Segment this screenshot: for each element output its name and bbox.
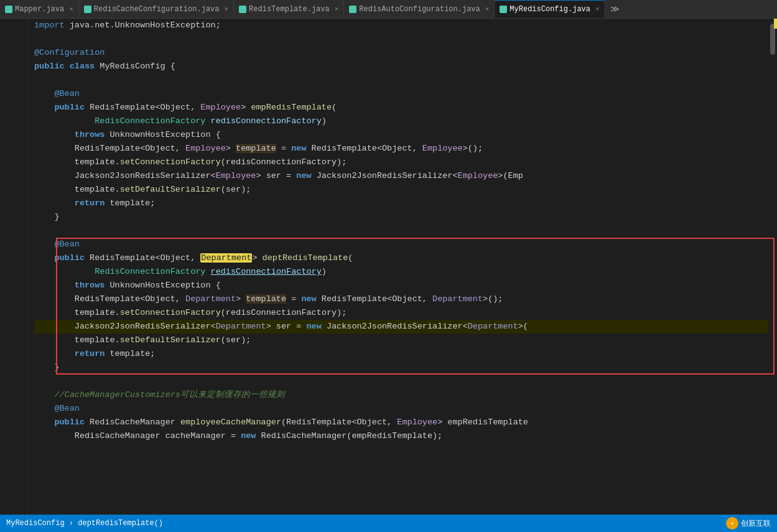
tab-label-my-redis: MyRedisConfig.java bbox=[509, 5, 590, 14]
company-name: 创新互联 bbox=[741, 518, 771, 529]
token bbox=[205, 267, 210, 276]
line-num bbox=[0, 402, 22, 416]
token: > ser = bbox=[266, 322, 307, 331]
token: template. bbox=[34, 157, 120, 167]
line-num bbox=[0, 265, 22, 279]
tab-overflow-button[interactable]: ≫ bbox=[605, 4, 625, 14]
line-num bbox=[0, 101, 22, 114]
line-num bbox=[0, 128, 22, 142]
token: Employee bbox=[185, 144, 226, 153]
line-num bbox=[0, 46, 22, 60]
line-num bbox=[0, 73, 22, 87]
token: MyRedisConfig { bbox=[95, 62, 175, 71]
company-logo: ✦ bbox=[726, 517, 738, 530]
token: > bbox=[226, 144, 236, 153]
code-line-6: @Bean bbox=[34, 87, 777, 101]
code-line-15: } bbox=[34, 210, 777, 224]
tab-close-redis-auto[interactable]: × bbox=[485, 6, 490, 13]
token bbox=[205, 116, 210, 126]
token: setConnectionFactory bbox=[120, 157, 221, 167]
tab-mapper[interactable]: Mapper.java × bbox=[0, 0, 79, 19]
tab-my-redis-config[interactable]: MyRedisConfig.java × bbox=[495, 0, 605, 19]
tab-redis-cache-config[interactable]: RedisCacheConfiguration.java × bbox=[79, 0, 234, 19]
token: > bbox=[236, 294, 246, 304]
token: public bbox=[54, 253, 85, 263]
token: @Configuration bbox=[34, 48, 105, 57]
token: setDefaultSerializer bbox=[120, 335, 221, 345]
token bbox=[34, 390, 54, 399]
code-line-17: @Bean bbox=[34, 238, 777, 251]
token: UnknownHostException { bbox=[105, 281, 220, 290]
tab-close-mapper[interactable]: × bbox=[69, 6, 73, 13]
token: template. bbox=[34, 185, 120, 194]
tab-label-mapper: Mapper.java bbox=[15, 5, 64, 14]
status-bar: MyRedisConfig › deptRedisTemplate() ✦ 创新… bbox=[0, 515, 777, 532]
v-scrollbar[interactable] bbox=[768, 19, 777, 515]
token: Employee bbox=[200, 103, 241, 112]
token: Employee bbox=[422, 144, 463, 153]
code-line-7: public RedisTemplate<Object, Employee> e… bbox=[34, 101, 777, 114]
scrollbar-accent-marker bbox=[774, 19, 777, 29]
code-line-21: RedisTemplate<Object, Department> templa… bbox=[34, 292, 777, 306]
tab-close-redis-template[interactable]: × bbox=[335, 6, 339, 13]
code-line-8: RedisConnectionFactory redisConnectionFa… bbox=[34, 114, 777, 128]
token-template-highlight2: template bbox=[246, 294, 286, 304]
line-num bbox=[0, 114, 22, 128]
token: RedisTemplate<Object, bbox=[75, 144, 185, 153]
tab-close-redis-cache[interactable]: × bbox=[224, 6, 228, 13]
token: @Bean bbox=[54, 404, 80, 413]
line-num bbox=[0, 375, 22, 388]
token: Jackson2JsonRedisSerializer< bbox=[312, 171, 458, 180]
token: > ser = bbox=[256, 171, 296, 180]
token: redisConnectionFactory bbox=[211, 116, 322, 126]
token: > bbox=[252, 253, 262, 263]
line-num bbox=[0, 238, 22, 251]
tab-redis-template[interactable]: RedisTemplate.java × bbox=[234, 0, 344, 19]
tab-icon-redis-cache bbox=[84, 6, 91, 13]
token: new bbox=[306, 322, 321, 331]
token: (redisConnectionFactory); bbox=[221, 308, 347, 317]
token: RedisCacheManager(empRedisTemplate); bbox=[256, 431, 442, 441]
code-line-26: } bbox=[34, 361, 777, 375]
line-num bbox=[0, 210, 22, 224]
breadcrumb-method: deptRedisTemplate() bbox=[78, 519, 163, 528]
token: public bbox=[54, 418, 85, 427]
token-template-highlight: template bbox=[236, 144, 276, 153]
line-num bbox=[0, 156, 22, 169]
token bbox=[34, 253, 54, 263]
token: } bbox=[34, 212, 60, 222]
tab-close-my-redis[interactable]: × bbox=[595, 6, 600, 13]
tab-redis-auto-config[interactable]: RedisAutoConfiguration.java × bbox=[344, 0, 495, 19]
token: public bbox=[54, 103, 85, 112]
line-num bbox=[0, 87, 22, 101]
line-num bbox=[0, 183, 22, 197]
code-content[interactable]: import java.net.UnknownHostException; @C… bbox=[28, 19, 777, 515]
token: Employee bbox=[397, 418, 437, 427]
code-line-23: Jackson2JsonRedisSerializer<Department> … bbox=[34, 320, 777, 334]
token: template. bbox=[34, 308, 120, 317]
line-num bbox=[0, 142, 22, 156]
line-num bbox=[0, 19, 22, 32]
breadcrumb-file: MyRedisConfig bbox=[6, 519, 65, 528]
token: RedisTemplate<Object, bbox=[85, 253, 200, 263]
line-num bbox=[0, 306, 22, 320]
token: > bbox=[241, 103, 251, 112]
token: >(); bbox=[463, 144, 483, 153]
tab-icon-mapper bbox=[5, 6, 12, 13]
token: RedisTemplate<Object, bbox=[307, 144, 422, 153]
token bbox=[34, 281, 75, 290]
code-line-2 bbox=[34, 32, 777, 46]
token: (ser); bbox=[221, 335, 251, 345]
company-logo-area: ✦ 创新互联 bbox=[726, 517, 771, 530]
token bbox=[34, 198, 75, 208]
line-num bbox=[0, 320, 22, 334]
token bbox=[34, 89, 54, 98]
token: Employee bbox=[216, 171, 256, 180]
token: >( bbox=[518, 322, 528, 331]
code-line-18: public RedisTemplate<Object, Department>… bbox=[34, 251, 777, 265]
token: Jackson2JsonRedisSerializer< bbox=[34, 171, 216, 180]
token bbox=[34, 404, 54, 413]
code-line-4: public class MyRedisConfig { bbox=[34, 60, 777, 73]
token: ) bbox=[322, 267, 327, 276]
token: RedisConnectionFactory bbox=[95, 116, 205, 126]
